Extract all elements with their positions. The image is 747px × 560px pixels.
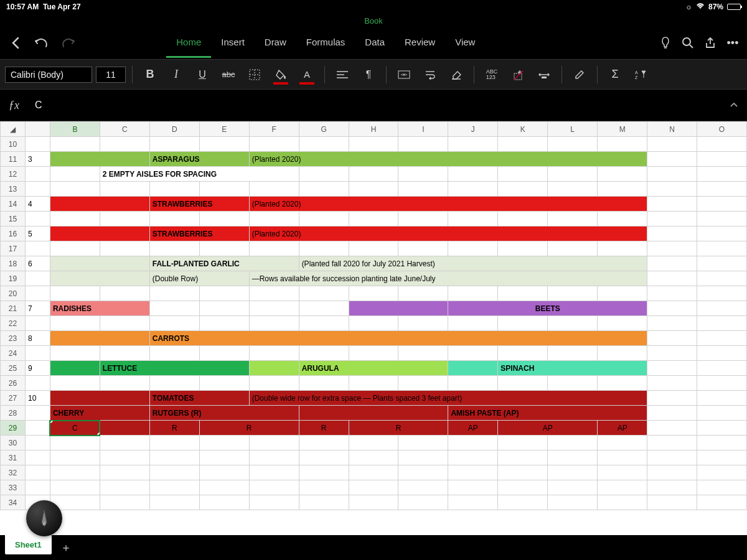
cell-D33[interactable]: [149, 480, 199, 495]
cell-A19[interactable]: [25, 271, 50, 286]
cell-O27[interactable]: [697, 391, 747, 406]
row-header-20[interactable]: 20: [1, 286, 26, 301]
cell-K24[interactable]: [498, 346, 548, 361]
cell-N12[interactable]: [647, 167, 697, 182]
cell-J34[interactable]: [448, 495, 498, 510]
cell-A12[interactable]: [25, 167, 50, 182]
cell-H15[interactable]: [349, 212, 398, 226]
bold-button[interactable]: B: [139, 63, 161, 86]
cell-H22[interactable]: [349, 316, 398, 331]
col-header-N[interactable]: N: [647, 122, 697, 137]
cell-I22[interactable]: [398, 316, 448, 331]
select-all-corner[interactable]: ◢: [1, 122, 26, 137]
cell-H32[interactable]: [349, 465, 398, 480]
cell-E29[interactable]: R: [199, 421, 299, 436]
cell-G31[interactable]: [299, 450, 349, 465]
cell-I34[interactable]: [398, 495, 448, 510]
cell-J22[interactable]: [448, 316, 498, 331]
cell-N34[interactable]: [647, 495, 697, 510]
cell-D22[interactable]: [149, 316, 199, 331]
redo-button[interactable]: [57, 32, 78, 54]
cell-J26[interactable]: [448, 376, 498, 391]
cell-O15[interactable]: [697, 212, 747, 226]
row-header-15[interactable]: 15: [1, 212, 26, 226]
cell-G28[interactable]: [299, 406, 448, 421]
cell-O12[interactable]: [697, 167, 747, 182]
cell-D18[interactable]: FALL-PLANTED GARLIC: [149, 256, 299, 271]
cell-J31[interactable]: [448, 450, 498, 465]
share-icon[interactable]: [701, 34, 720, 52]
search-icon[interactable]: [679, 34, 697, 52]
cell-A31[interactable]: [25, 450, 50, 465]
cell-N32[interactable]: [647, 465, 697, 480]
row-header-19[interactable]: 19: [1, 271, 26, 286]
cell-D15[interactable]: [149, 212, 199, 226]
row-header-12[interactable]: 12: [1, 167, 26, 182]
cell-D10[interactable]: [149, 137, 199, 152]
tab-draw[interactable]: Draw: [255, 28, 296, 58]
cell-K12[interactable]: [498, 167, 548, 182]
cell-F10[interactable]: [249, 137, 299, 152]
formula-expand-button[interactable]: [721, 100, 747, 110]
cell-B21[interactable]: RADISHES: [50, 301, 149, 316]
cell-size-button[interactable]: [533, 63, 555, 86]
row-header-26[interactable]: 26: [1, 376, 26, 391]
col-header-I[interactable]: I: [398, 122, 448, 137]
underline-button[interactable]: U: [191, 63, 214, 86]
cell-N25[interactable]: [647, 361, 697, 376]
cell-C20[interactable]: [100, 286, 149, 301]
cell-D14[interactable]: STRAWBERRIES: [149, 197, 249, 212]
cell-N18[interactable]: [647, 256, 697, 271]
cell-F11[interactable]: (Planted 2020): [249, 152, 647, 167]
cell-C30[interactable]: [100, 436, 149, 450]
cell-G34[interactable]: [299, 495, 349, 510]
cell-K29[interactable]: AP: [498, 421, 598, 436]
row-header-21[interactable]: 21: [1, 301, 26, 316]
cell-B16[interactable]: [50, 226, 149, 241]
row-header-24[interactable]: 24: [1, 346, 26, 361]
cell-F27[interactable]: (Double wide row for extra space — Plant…: [249, 391, 647, 406]
cell-H30[interactable]: [349, 436, 398, 450]
cell-J25[interactable]: [448, 361, 498, 376]
cell-K15[interactable]: [498, 212, 548, 226]
cell-O33[interactable]: [697, 480, 747, 495]
cell-G25[interactable]: ARUGULA: [299, 361, 448, 376]
cell-G29[interactable]: R: [299, 421, 349, 436]
row-header-23[interactable]: 23: [1, 331, 26, 346]
cell-B20[interactable]: [50, 286, 100, 301]
row-header-33[interactable]: 33: [1, 480, 26, 495]
cell-O18[interactable]: [697, 256, 747, 271]
tab-formulas[interactable]: Formulas: [296, 28, 355, 58]
cell-L30[interactable]: [548, 436, 598, 450]
formula-input[interactable]: [32, 97, 721, 113]
cell-G18[interactable]: (Planted fall 2020 for July 2021 Harvest…: [299, 256, 647, 271]
cell-E30[interactable]: [199, 436, 249, 450]
cell-O24[interactable]: [697, 346, 747, 361]
col-header-O[interactable]: O: [697, 122, 747, 137]
cell-E22[interactable]: [199, 316, 249, 331]
cell-N15[interactable]: [647, 212, 697, 226]
cell-I12[interactable]: [398, 167, 448, 182]
cell-M34[interactable]: [598, 495, 647, 510]
col-header-F[interactable]: F: [249, 122, 299, 137]
cell-K17[interactable]: [498, 241, 548, 256]
fx-label[interactable]: ƒx: [0, 99, 32, 112]
cell-G33[interactable]: [299, 480, 349, 495]
tab-data[interactable]: Data: [355, 28, 395, 58]
cell-E20[interactable]: [199, 286, 249, 301]
tab-review[interactable]: Review: [395, 28, 445, 58]
cell-O26[interactable]: [697, 376, 747, 391]
cell-L12[interactable]: [548, 167, 598, 182]
cell-C12[interactable]: 2 EMPTY AISLES FOR SPACING: [100, 167, 299, 182]
fill-color-button[interactable]: [270, 63, 292, 86]
italic-button[interactable]: I: [165, 63, 187, 86]
cell-B31[interactable]: [50, 450, 100, 465]
cell-H29[interactable]: R: [349, 421, 448, 436]
cell-K10[interactable]: [498, 137, 548, 152]
wrap-text-button[interactable]: [419, 63, 441, 86]
cell-A23[interactable]: 8: [25, 331, 50, 346]
cell-N24[interactable]: [647, 346, 697, 361]
cell-M20[interactable]: [598, 286, 647, 301]
cell-H17[interactable]: [349, 241, 398, 256]
cell-H24[interactable]: [349, 346, 398, 361]
